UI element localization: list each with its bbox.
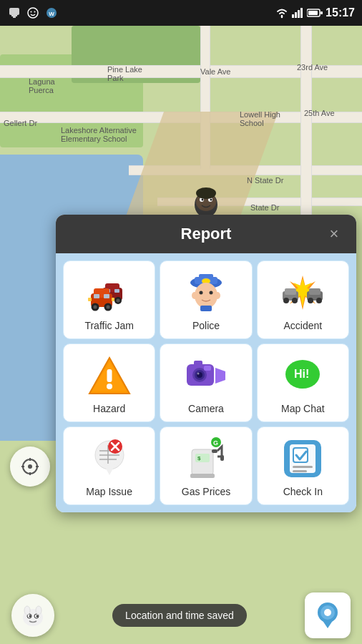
map-label-lowell: Lowell HighSchool [240,110,280,127]
status-icons-left: W [7,6,59,20]
svg-rect-103 [293,470,307,472]
svg-point-53 [192,292,197,299]
svg-point-51 [199,291,202,295]
svg-rect-93 [212,449,217,453]
svg-text:$: $ [197,455,201,462]
map-issue-icon [87,436,132,482]
police-label: Police [192,320,220,331]
map-label-vale: Vale Ave [200,67,230,76]
report-item-hazard[interactable]: Hazard [63,343,155,422]
svg-rect-102 [293,466,313,468]
camera-label: Camera [188,403,224,414]
svg-point-6 [196,187,216,199]
svg-rect-45 [112,298,114,301]
svg-point-33 [116,299,119,303]
check-in-icon [280,436,326,482]
map-label-pine: Pine LakePark [107,65,142,82]
svg-point-61 [292,298,298,303]
svg-marker-113 [322,620,333,628]
report-item-gas-prices[interactable]: $ G Gas Prices [160,426,252,505]
accident-icon [280,270,326,316]
svg-marker-77 [215,368,225,384]
svg-rect-76 [194,361,202,366]
svg-rect-59 [285,288,296,295]
svg-point-39 [93,306,97,309]
svg-rect-68 [107,369,112,382]
svg-point-108 [36,615,39,618]
camera-icon [183,353,229,399]
locate-button[interactable] [10,447,50,487]
waze-button[interactable] [11,594,54,637]
svg-rect-63 [309,288,321,295]
svg-rect-43 [104,294,109,298]
svg-rect-15 [292,14,294,18]
report-close-button[interactable]: × [323,223,345,245]
svg-point-60 [283,298,289,303]
gas-prices-label: Gas Prices [182,486,230,497]
svg-point-64 [316,298,322,303]
report-item-police[interactable]: Police [160,260,252,339]
report-item-map-issue[interactable]: Map Issue [63,426,155,505]
report-item-check-in[interactable]: Check In [257,426,349,505]
map-label-lakeshore: Lakeshore AlternativeElementary School [61,126,137,143]
report-grid: Traffic Jam [56,253,356,512]
location-pin-button[interactable] [305,592,351,638]
svg-point-52 [209,291,212,295]
map-chat-icon: Hi! [280,353,326,399]
report-item-camera[interactable]: Camera [160,343,252,422]
report-item-accident[interactable]: Accident [257,260,349,339]
svg-text:G: G [213,439,218,447]
svg-rect-9 [13,16,16,18]
traffic-jam-label: Traffic Jam [84,320,133,331]
svg-rect-7 [9,8,19,15]
svg-point-107 [29,615,31,618]
report-item-traffic-jam[interactable]: Traffic Jam [63,260,155,339]
wifi-icon [275,7,288,19]
svg-point-41 [106,306,109,309]
svg-rect-94 [220,455,224,461]
map-label-gellert: Gellert Dr [4,119,37,127]
svg-rect-44 [88,298,92,301]
waze-character [192,183,220,219]
svg-point-50 [195,283,217,308]
map-issue-label: Map Issue [86,486,132,497]
svg-rect-16 [295,12,297,18]
svg-rect-18 [300,8,303,18]
bottom-bar: Location and time saved [0,587,362,644]
svg-rect-55 [200,306,212,311]
svg-rect-42 [94,294,99,298]
gas-prices-icon: $ G [183,436,229,482]
svg-point-10 [28,8,38,18]
svg-rect-95 [190,474,215,478]
svg-rect-20 [308,11,318,15]
report-item-map-chat[interactable]: Hi! Map Chat [257,343,349,422]
svg-point-5 [210,199,212,201]
report-header: Report × [56,215,356,253]
svg-point-69 [107,384,112,389]
waze-status-icon: W [44,6,59,20]
map-label-state: State Dr [250,203,279,212]
traffic-jam-icon [87,270,132,316]
clock-time: 15:17 [326,6,355,19]
hazard-label: Hazard [93,403,125,414]
smiley-icon [26,6,40,20]
svg-point-109 [24,606,30,615]
check-in-label: Check In [283,486,323,497]
svg-text:Hi!: Hi! [294,368,309,380]
map-label-laguna: LagunaPuerca [29,77,55,94]
svg-point-11 [31,11,32,13]
svg-point-65 [308,298,313,303]
signal-icon [291,7,304,19]
notification-icon [7,6,21,20]
svg-rect-21 [321,11,323,14]
svg-rect-8 [11,15,17,16]
report-title: Report [181,225,232,243]
svg-point-54 [215,292,220,299]
map-label-23rd: 23rd Ave [297,63,328,72]
svg-rect-75 [204,366,211,371]
svg-point-74 [197,373,199,375]
svg-point-23 [28,464,32,469]
svg-rect-17 [298,10,300,18]
svg-rect-35 [114,289,119,293]
accident-label: Accident [283,320,322,331]
